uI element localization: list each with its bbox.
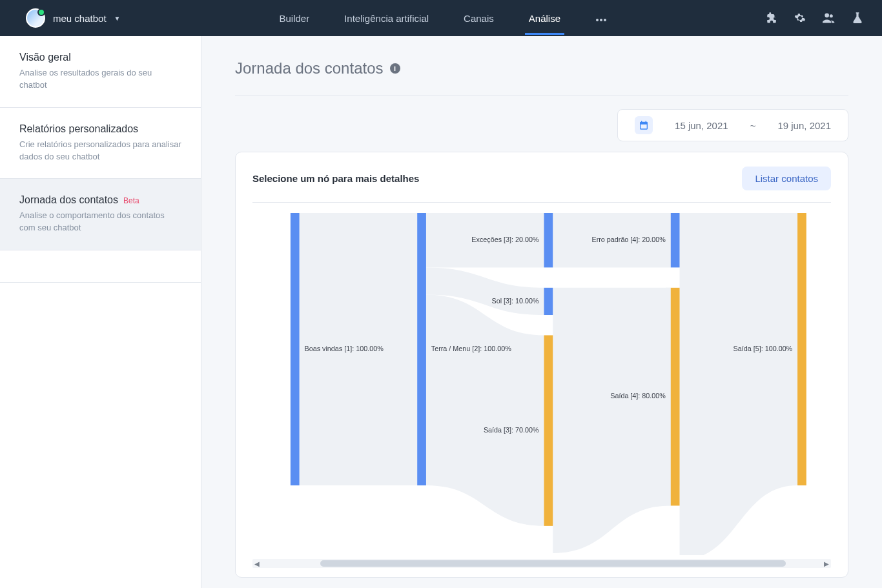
more-menu-icon[interactable] <box>591 2 611 35</box>
sidebar-item-reports[interactable]: Relatórios personalizados Crie relatório… <box>0 108 201 179</box>
sankey-node[interactable] <box>671 288 680 506</box>
sankey-node-label: Terra / Menu [2]: 100.00% <box>431 345 511 352</box>
team-icon[interactable] <box>823 12 836 24</box>
sankey-node-label: Saída [4]: 80.00% <box>610 392 666 400</box>
sidebar-item-desc: Analise os resultados gerais do seu chat… <box>19 67 181 92</box>
card-title: Selecione um nó para mais detalhes <box>252 173 419 184</box>
sankey-node[interactable] <box>544 213 553 267</box>
sankey-node[interactable] <box>291 213 300 485</box>
sankey-node[interactable] <box>417 213 426 485</box>
info-icon[interactable]: i <box>390 63 400 74</box>
tab-ai[interactable]: Inteligência artificial <box>340 2 433 35</box>
bot-name: meu chatbot <box>53 13 107 24</box>
sankey-node[interactable] <box>544 335 553 525</box>
sankey-node-label: Sol [3]: 10.00% <box>492 297 540 305</box>
sankey-node-label: Exceções [3]: 20.00% <box>471 236 539 243</box>
svg-point-1 <box>600 19 602 21</box>
flask-icon[interactable] <box>852 12 863 24</box>
sidebar-item-desc: Crie relatórios personalizados para anal… <box>19 139 181 163</box>
chart-scrollbar[interactable]: ◀ ▶ <box>252 559 831 568</box>
svg-point-0 <box>596 19 599 21</box>
page-title: Jornada dos contatos i <box>235 59 848 96</box>
sidebar-item-overview[interactable]: Visão geral Analise os resultados gerais… <box>0 36 201 108</box>
main-tabs: Builder Inteligência artificial Canais A… <box>275 2 611 35</box>
date-range-picker[interactable]: 15 jun, 2021 ~ 19 jun, 2021 <box>617 109 848 141</box>
journey-card: Selecione um nó para mais detalhes Lista… <box>235 152 848 578</box>
sidebar-item-desc: Analise o comportamento dos contatos com… <box>19 210 181 234</box>
chevron-down-icon: ▼ <box>114 15 121 22</box>
sidebar-spacer <box>0 250 201 283</box>
sidebar-item-title: Jornada dos contatos Beta <box>19 194 181 206</box>
gear-icon[interactable] <box>794 12 806 24</box>
calendar-icon <box>635 116 653 134</box>
tab-analysis[interactable]: Análise <box>525 2 564 35</box>
sidebar-item-journey[interactable]: Jornada dos contatos Beta Analise o comp… <box>0 179 201 250</box>
sankey-node[interactable] <box>797 213 806 485</box>
sankey-node-label: Saída [3]: 70.00% <box>484 426 539 434</box>
sankey-node-label: Saída [5]: 100.00% <box>733 345 793 352</box>
date-to: 19 jun, 2021 <box>777 120 831 131</box>
sidebar-item-title: Visão geral <box>19 52 181 63</box>
plugin-icon[interactable] <box>766 12 777 24</box>
sankey-node[interactable] <box>671 213 680 267</box>
tab-channels[interactable]: Canais <box>460 2 498 35</box>
bot-avatar <box>26 8 45 28</box>
sidebar: Visão geral Analise os resultados gerais… <box>0 36 201 588</box>
sankey-node-label: Boas vindas [1]: 100.00% <box>304 345 384 352</box>
svg-point-2 <box>604 19 606 21</box>
sankey-chart[interactable]: Boas vindas [1]: 100.00%Terra / Menu [2]… <box>252 213 831 555</box>
date-separator: ~ <box>750 120 756 131</box>
beta-badge: Beta <box>123 196 139 205</box>
sankey-node-label: Erro padrão [4]: 20.00% <box>591 236 666 243</box>
date-from: 15 jun, 2021 <box>675 120 728 131</box>
sankey-node[interactable] <box>544 288 553 315</box>
scroll-right-icon[interactable]: ▶ <box>822 560 831 567</box>
tab-builder[interactable]: Builder <box>275 2 313 35</box>
bot-switcher[interactable]: meu chatbot ▼ <box>26 8 120 28</box>
list-contacts-button[interactable]: Listar contatos <box>742 167 831 190</box>
sidebar-item-title: Relatórios personalizados <box>19 123 181 135</box>
scroll-left-icon[interactable]: ◀ <box>252 560 262 567</box>
scroll-thumb[interactable] <box>320 560 785 567</box>
